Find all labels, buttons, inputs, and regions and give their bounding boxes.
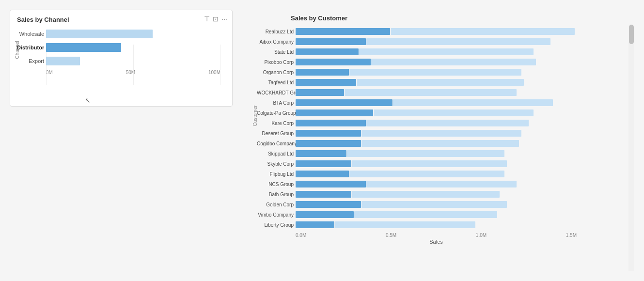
left-bar-row: Wholesale [46,27,225,41]
right-bar-dark [296,181,366,187]
cursor-indicator: ↖ [85,96,91,104]
right-bar-row: Skippad Ltd [296,149,577,158]
right-bar-dark [296,211,354,218]
x-axis-title: Sales [296,239,577,245]
right-bar-label: BTA Corp [257,100,294,106]
more-icon[interactable]: ··· [221,15,227,23]
right-bar-label: Skippad Ltd [257,151,294,156]
right-bar-light [335,221,475,228]
right-bar-track [296,38,550,45]
right-bar-track [296,69,521,76]
right-bar-row: Deseret Group [296,128,577,138]
left-bar-row: Distributor [46,41,225,54]
right-bar-dark [296,38,366,45]
x-axis-label-10: 1.0M [476,233,487,238]
right-bar-chart: Realbuzz LtdAibox CompanyState LtdPixobo… [296,27,577,230]
right-bar-dark [296,59,371,65]
right-bar-label: Golden Corp [257,202,294,207]
right-bar-row: Aibox Company [296,37,577,47]
right-bar-row: Flipbug Ltd [296,169,577,179]
right-bar-dark [296,130,361,137]
right-bar-light [359,48,534,55]
right-bar-label: Organon Corp [257,70,294,75]
left-chart-title: Sales by Channel [17,16,225,23]
right-bar-track [296,109,534,116]
bar-fill-light [46,57,80,65]
scrollbar[interactable] [628,24,634,271]
right-bar-light [366,120,529,126]
filter-icon[interactable]: ⊤ [204,15,210,23]
right-bar-label: State Ltd [257,49,294,55]
left-bar-chart: WholesaleDistributorExport [46,27,225,68]
x-axis-label-0: 0M [46,70,53,75]
right-bar-dark [296,201,361,208]
right-chart: Sales by Customer Customer Realbuzz LtdA… [252,10,634,271]
bar-fill-dark [46,43,121,52]
right-bar-dark [296,99,393,106]
right-bar-light [361,201,507,208]
right-bar-row: WOCKHARDT Group [296,88,577,97]
right-bar-track [296,79,524,86]
right-bar-light [374,109,534,116]
left-x-axis: 0M 50M 100M [46,70,220,75]
right-bar-dark [296,120,366,126]
right-bar-light [352,191,500,198]
right-bar-track [296,48,534,55]
right-bar-label: Aibox Company [257,39,294,45]
right-bar-dark [296,28,390,35]
right-bar-track [296,89,517,96]
x-axis-label-05: 0.5M [386,233,396,238]
right-bar-label: Skyble Corp [257,161,294,167]
right-bar-dark [296,89,344,96]
right-bar-dark [296,171,349,177]
right-bar-row: Organon Corp [296,67,577,77]
right-bar-row: Vimbo Company [296,210,577,219]
right-bar-row: Liberty Group [296,220,577,230]
right-bar-label: Colgate-Pa Group [257,110,294,116]
left-bar-track [46,43,220,52]
right-bar-track [296,99,553,106]
right-bar-light [361,140,519,147]
right-bar-light [391,28,575,35]
right-bar-track [296,130,521,137]
right-bar-light [347,150,504,157]
right-bar-row: Skyble Corp [296,159,577,169]
left-bar-track [46,30,220,38]
right-chart-title: Sales by Customer [291,15,625,22]
right-bar-track [296,181,517,187]
right-bar-row: Colgate-Pa Group [296,108,577,118]
right-bar-label: Cogidoo Company [257,141,294,146]
right-bar-row: Realbuzz Ltd [296,27,577,36]
right-bar-light [371,59,536,65]
x-axis-label-0: 0.0M [296,233,306,238]
right-bar-light [361,130,521,137]
right-bar-label: Tagfeed Ltd [257,80,294,85]
right-bar-label: WOCKHARDT Group [257,90,294,95]
scrollbar-thumb[interactable] [629,25,634,44]
right-x-axis: 0.0M 0.5M 1.0M 1.5M [296,233,577,238]
left-bar-row: Export [46,54,225,68]
right-bar-track [296,191,500,198]
right-bar-row: Golden Corp [296,200,577,209]
right-bar-row: Bath Group [296,189,577,199]
right-bar-label: Realbuzz Ltd [257,29,294,34]
right-bar-track [296,150,504,157]
left-chart-toolbar: ⊤ ⊡ ··· [204,15,227,23]
right-bar-dark [296,79,356,86]
right-bar-track [296,171,504,177]
right-bar-label: Kare Corp [257,121,294,126]
right-bar-track [296,221,475,228]
right-bar-track [296,211,497,218]
expand-icon[interactable]: ⊡ [213,15,219,23]
right-bar-row: Tagfeed Ltd [296,78,577,87]
right-bar-dark [296,109,373,116]
right-bar-row: Cogidoo Company [296,139,577,148]
right-bar-track [296,201,507,208]
right-bar-track [296,120,529,126]
right-bar-row: NCS Group [296,179,577,189]
left-bar-label: Export [17,58,44,64]
left-bar-label: Wholesale [17,31,44,37]
right-bar-label: Flipbug Ltd [257,172,294,177]
right-bar-label: Liberty Group [257,222,294,228]
x-axis-label-50: 50M [126,70,135,75]
